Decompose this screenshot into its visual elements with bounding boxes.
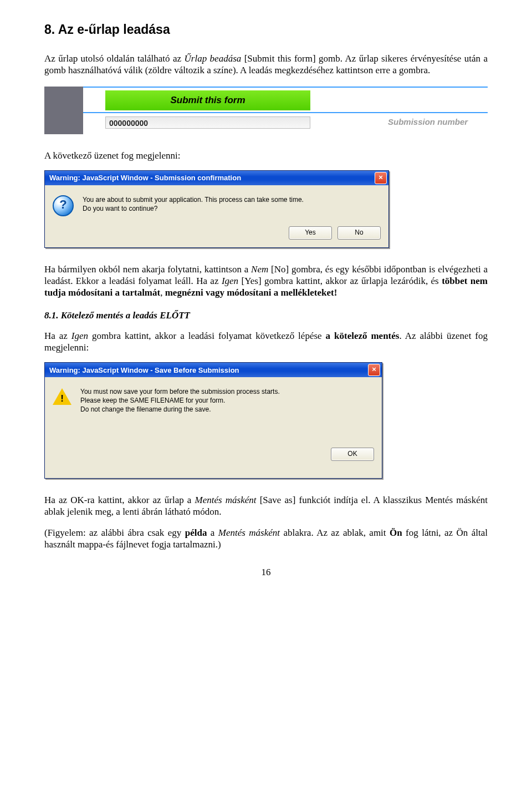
text: Az űrlap utolsó oldalán található az (44, 53, 185, 64)
paragraph-6: (Figyelem: az alábbi ábra csak egy példa… (44, 527, 488, 551)
close-icon[interactable]: × (375, 172, 387, 184)
dialog-title: Warning: JavaScript Window - Save Before… (49, 366, 239, 374)
text: Ha az OK-ra kattint, akkor az űrlap a (44, 495, 195, 505)
text-italic: Igen (222, 276, 238, 286)
section-heading: 8. Az e-űrlap leadása (44, 22, 488, 37)
paragraph-5: Ha az OK-ra kattint, akkor az űrlap a Me… (44, 494, 488, 518)
warning-icon (53, 387, 71, 406)
submission-number-label: Submission number (388, 118, 468, 127)
text-bold: példa (185, 527, 207, 538)
text: gombra kattint, akkor a leadási folyamat… (88, 331, 326, 341)
text-italic: Igen (71, 331, 88, 341)
page-number: 16 (44, 567, 488, 578)
question-icon (53, 195, 74, 216)
dialog-titlebar: Warning: JavaScript Window - Submission … (45, 171, 388, 185)
confirmation-dialog: Warning: JavaScript Window - Submission … (44, 170, 389, 248)
paragraph-1: Az űrlap utolsó oldalán található az Űrl… (44, 53, 488, 77)
text: ablakra. Az az ablak, amit (280, 527, 390, 538)
text: [Yes] gombra kattint, akkor az űrlapja l… (238, 276, 442, 286)
submit-form-button[interactable]: Submit this form (105, 90, 310, 110)
dialog-text: You must now save your form before the s… (80, 387, 280, 414)
dialog-text: You are about to submit your application… (83, 195, 304, 213)
no-button[interactable]: No (337, 226, 381, 240)
text-bold: megnézni vagy módosítani a mellékleteket… (165, 287, 337, 298)
text-bold: Ön (390, 527, 402, 538)
text: , (160, 287, 165, 298)
submission-number-field: 000000000 (105, 116, 310, 129)
close-icon[interactable]: × (368, 364, 380, 376)
paragraph-4: Ha az Igen gombra kattint, akkor a leadá… (44, 330, 488, 354)
paragraph-2: A következő üzenet fog megjelenni: (44, 150, 488, 161)
text-italic: Nem (251, 264, 268, 275)
text-italic: Űrlap beadása (185, 53, 242, 64)
text: a (207, 527, 218, 538)
dialog-title: Warning: JavaScript Window - Submission … (49, 174, 241, 182)
text-bold: a kötelező mentés (326, 331, 400, 341)
paragraph-3: Ha bármilyen okból nem akarja folytatni,… (44, 263, 488, 299)
text-italic: Mentés másként (218, 527, 280, 538)
text-italic: Mentés másként (195, 495, 257, 505)
subsection-heading: 8.1. Kötelező mentés a leadás ELŐTT (44, 310, 488, 321)
save-before-submission-dialog: Warning: JavaScript Window - Save Before… (44, 362, 382, 479)
text: (Figyelem: az alábbi ábra csak egy (44, 527, 185, 538)
text: Ha az (44, 331, 71, 341)
ok-button[interactable]: OK (331, 448, 374, 461)
sidebar-placeholder (44, 87, 83, 134)
text: Ha bármilyen okból nem akarja folytatni,… (44, 264, 251, 275)
dialog-titlebar: Warning: JavaScript Window - Save Before… (45, 363, 382, 377)
yes-button[interactable]: Yes (289, 226, 332, 240)
